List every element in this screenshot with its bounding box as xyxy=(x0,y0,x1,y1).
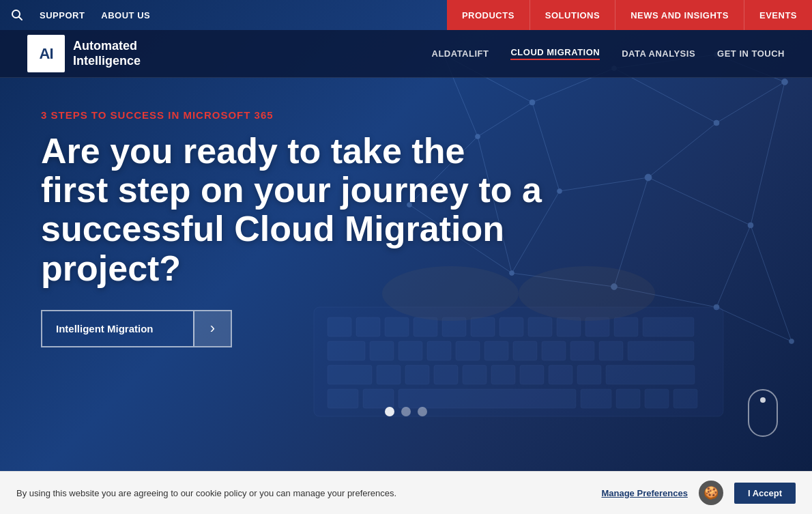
nav-get-in-touch[interactable]: GET IN TOUCH xyxy=(717,48,785,59)
svg-rect-68 xyxy=(463,365,487,384)
svg-rect-77 xyxy=(581,389,611,408)
cookie-right: Manage Preferences 🍪 I Accept xyxy=(601,481,796,505)
second-nav-links: ALDATALIFT CLOUD MIGRATION DATA ANALYSIS… xyxy=(432,47,785,60)
svg-rect-61 xyxy=(570,341,594,360)
news-btn[interactable]: NEWS AND INSIGHTS xyxy=(615,0,744,30)
manage-preferences-link[interactable]: Manage Preferences xyxy=(601,488,687,498)
events-btn[interactable]: EVENTS xyxy=(744,0,812,30)
nav-aldatalift[interactable]: ALDATALIFT xyxy=(432,48,489,59)
svg-line-5 xyxy=(716,82,785,123)
top-nav-right: PRODUCTS SOLUTIONS NEWS AND INSIGHTS EVE… xyxy=(447,0,812,30)
svg-rect-70 xyxy=(520,365,544,384)
svg-rect-79 xyxy=(645,389,669,408)
svg-point-36 xyxy=(789,339,794,344)
svg-point-29 xyxy=(782,79,788,85)
dot-3[interactable] xyxy=(418,407,427,416)
logo-text: Automated Intelligence xyxy=(73,39,141,68)
logo-ai-text: AI xyxy=(40,45,53,63)
svg-rect-69 xyxy=(491,365,515,384)
scroll-indicator xyxy=(748,389,778,437)
svg-point-26 xyxy=(530,100,535,105)
dot-2[interactable] xyxy=(401,407,411,416)
dot-1[interactable] xyxy=(385,407,394,416)
svg-rect-75 xyxy=(363,389,394,408)
svg-rect-60 xyxy=(542,341,566,360)
svg-rect-80 xyxy=(673,389,697,408)
support-link[interactable]: SUPPORT xyxy=(40,10,85,20)
svg-rect-74 xyxy=(328,389,358,408)
hero-title: Are you ready to take the first step on … xyxy=(41,132,542,288)
svg-rect-67 xyxy=(434,365,458,384)
top-nav-left: SUPPORT ABOUT US xyxy=(0,9,150,21)
svg-rect-52 xyxy=(643,317,694,337)
svg-rect-71 xyxy=(549,365,572,384)
scroll-dot xyxy=(760,397,766,403)
svg-rect-51 xyxy=(614,317,638,337)
nav-data-analysis[interactable]: DATA ANALYSIS xyxy=(622,48,695,59)
svg-rect-78 xyxy=(616,389,640,408)
accept-button[interactable]: I Accept xyxy=(734,483,796,504)
cookie-icon: 🍪 xyxy=(699,481,723,505)
svg-rect-72 xyxy=(577,365,601,384)
products-btn[interactable]: PRODUCTS xyxy=(447,0,530,30)
cta-arrow[interactable]: › xyxy=(193,311,231,346)
svg-rect-64 xyxy=(328,365,372,384)
solutions-btn[interactable]: SOLUTIONS xyxy=(530,0,615,30)
hero-content: 3 STEPS TO SUCCESS IN MICROSOFT 365 Are … xyxy=(41,109,542,347)
svg-rect-73 xyxy=(606,365,695,384)
svg-rect-66 xyxy=(405,365,429,384)
hero-section: AI Automated Intelligence ALDATALIFT CLO… xyxy=(0,0,812,471)
top-nav: SUPPORT ABOUT US PRODUCTS SOLUTIONS NEWS… xyxy=(0,0,812,30)
cta-button[interactable]: Intelligent Migration › xyxy=(41,310,232,347)
logo-box: AI xyxy=(27,35,65,72)
cta-label: Intelligent Migration xyxy=(42,311,193,346)
svg-rect-76 xyxy=(398,389,576,408)
carousel-dots xyxy=(385,407,427,416)
svg-line-1 xyxy=(19,17,23,20)
search-icon[interactable] xyxy=(11,9,23,21)
nav-cloud-migration[interactable]: CLOUD MIGRATION xyxy=(510,47,600,60)
cookie-bar: By using this website you are agreeing t… xyxy=(0,471,812,514)
svg-line-8 xyxy=(648,123,716,177)
svg-point-28 xyxy=(714,120,719,126)
aboutus-link[interactable]: ABOUT US xyxy=(101,10,150,20)
logo-wrap[interactable]: AI Automated Intelligence xyxy=(27,35,141,72)
svg-rect-63 xyxy=(628,341,694,360)
svg-rect-62 xyxy=(599,341,623,360)
cookie-text: By using this website you are agreeing t… xyxy=(16,488,601,498)
second-nav: AI Automated Intelligence ALDATALIFT CLO… xyxy=(0,30,812,78)
svg-rect-65 xyxy=(377,365,401,384)
hero-subtitle: 3 STEPS TO SUCCESS IN MICROSOFT 365 xyxy=(41,109,542,121)
